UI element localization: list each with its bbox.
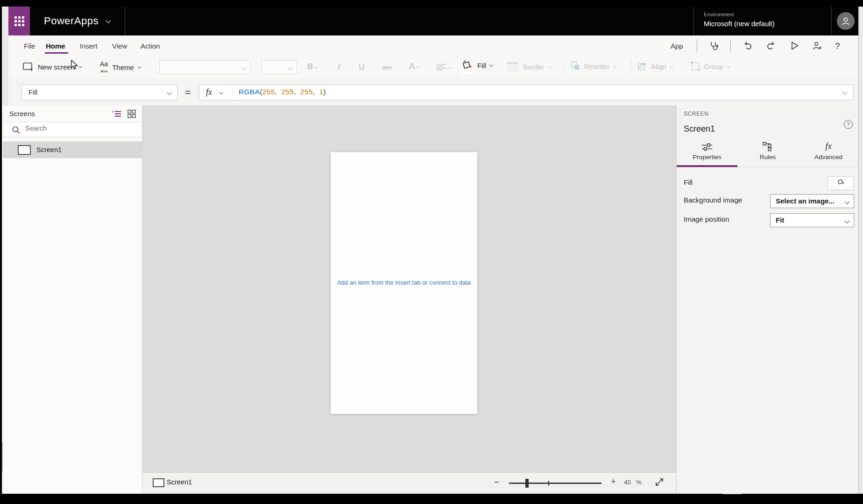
- background-window-right-edge: [858, 7, 863, 494]
- fx-icon: fx: [825, 141, 832, 151]
- background-image-dropdown[interactable]: Select an image...: [770, 194, 854, 208]
- panel-tabs: Properties Rules fx Advanced: [677, 141, 859, 161]
- toolbar-divider: [564, 60, 564, 74]
- sliders-icon: [701, 143, 713, 151]
- redo-button[interactable]: [765, 41, 776, 51]
- design-canvas[interactable]: Add an item from the Insert tab or conne…: [142, 105, 676, 472]
- theme-button[interactable]: Aa Theme: [100, 61, 141, 73]
- person-icon: [841, 16, 851, 26]
- fx-button[interactable]: fx: [206, 87, 212, 97]
- fill-color-swatch: [460, 71, 474, 74]
- strikethrough-button[interactable]: abc: [382, 64, 392, 71]
- app-checker-button[interactable]: [708, 40, 719, 51]
- footer-screen-label[interactable]: Screen1: [167, 478, 192, 486]
- fill-color-picker[interactable]: [828, 176, 854, 190]
- font-color-button[interactable]: A: [409, 61, 420, 71]
- zoom-in-button[interactable]: +: [611, 477, 616, 487]
- border-label: Border: [523, 63, 544, 71]
- topbar-divider: [125, 7, 125, 35]
- font-size-dropdown[interactable]: [262, 60, 297, 74]
- reorder-label: Reorder: [584, 63, 609, 70]
- bold-button[interactable]: B: [307, 62, 318, 71]
- zoom-out-button[interactable]: −: [494, 477, 499, 487]
- menubar-divider: [697, 39, 697, 52]
- mouse-cursor: [71, 60, 79, 70]
- user-avatar[interactable]: [837, 12, 855, 30]
- text-align-button[interactable]: [436, 63, 452, 71]
- zoom-slider-tick: [548, 481, 549, 486]
- canvas-hint-text: Add an item from the Insert tab or conne…: [331, 279, 477, 286]
- menu-insert[interactable]: Insert: [80, 42, 98, 50]
- chevron-down-icon: [314, 65, 318, 69]
- undo-button[interactable]: [743, 41, 753, 51]
- environment-value[interactable]: Microsoft (new default): [704, 20, 775, 28]
- formula-input[interactable]: fx RGBA(255, 255, 255, 1): [199, 84, 854, 100]
- tab-advanced[interactable]: fx Advanced: [798, 141, 859, 161]
- zoom-slider[interactable]: [509, 483, 601, 484]
- preview-button[interactable]: [790, 41, 799, 50]
- fill-color-swatch: [831, 187, 851, 189]
- active-menu-underline: [45, 52, 68, 54]
- formula-text: RGBA(255, 255, 255, 1): [239, 88, 326, 96]
- menu-bar: [8, 35, 858, 56]
- group-button[interactable]: Group: [691, 62, 730, 71]
- reorder-icon: [571, 62, 580, 71]
- screens-panel: Screens Screen1: [3, 105, 142, 494]
- reorder-button[interactable]: Reorder: [571, 62, 616, 71]
- panel-help-button[interactable]: ?: [844, 120, 853, 129]
- font-family-dropdown[interactable]: [159, 60, 251, 74]
- chevron-down-icon: [844, 199, 849, 204]
- align-button[interactable]: Align: [638, 62, 673, 71]
- chevron-down-icon: [844, 218, 849, 223]
- undo-icon: [743, 41, 753, 51]
- tab-properties[interactable]: Properties: [677, 141, 737, 161]
- italic-button[interactable]: I: [338, 62, 340, 71]
- chevron-down-icon: [613, 64, 616, 68]
- background-image-label: Background image: [684, 196, 742, 204]
- screen-list-item[interactable]: Screen1: [3, 141, 142, 158]
- paint-bucket-icon: [461, 60, 474, 71]
- search-input[interactable]: [24, 124, 134, 133]
- fill-field-label: Fill: [684, 178, 693, 186]
- equals-sign: =: [185, 87, 191, 98]
- chevron-down-icon: [489, 63, 493, 67]
- menu-file[interactable]: File: [24, 42, 35, 50]
- tree-view-icon[interactable]: [112, 110, 121, 118]
- image-position-dropdown[interactable]: Fit: [770, 213, 854, 227]
- chevron-down-icon: [219, 91, 223, 94]
- waffle-icon: [14, 16, 24, 26]
- new-screen-label: New screen: [38, 63, 75, 71]
- rules-icon: [763, 142, 773, 151]
- search-box[interactable]: [4, 122, 141, 137]
- app-launcher-button[interactable]: [8, 7, 30, 35]
- zoom-slider-handle[interactable]: [525, 479, 529, 488]
- group-label: Group: [704, 63, 723, 70]
- menu-home[interactable]: Home: [46, 42, 65, 50]
- share-button[interactable]: [812, 41, 823, 51]
- chevron-down-icon: [670, 64, 673, 68]
- selection-name: Screen1: [684, 124, 715, 134]
- topbar-divider: [831, 7, 832, 35]
- app-scope-label[interactable]: App: [671, 42, 683, 50]
- menubar-divider: [730, 39, 731, 52]
- fx-divider: [232, 87, 233, 98]
- border-icon: [507, 63, 518, 71]
- menu-view[interactable]: View: [112, 42, 127, 50]
- menu-action[interactable]: Action: [141, 42, 160, 50]
- property-dropdown[interactable]: Fill: [21, 84, 177, 100]
- fit-to-window-icon[interactable]: [654, 477, 665, 487]
- chevron-down-icon: [548, 65, 552, 69]
- add-person-icon: [812, 41, 823, 51]
- border-button[interactable]: Border: [507, 63, 552, 71]
- grid-view-icon[interactable]: [127, 110, 136, 118]
- selection-type-label: SCREEN: [684, 111, 709, 117]
- underline-button[interactable]: U: [359, 62, 364, 71]
- toolbar-divider: [631, 60, 632, 74]
- environment-label: Environment: [704, 12, 734, 17]
- help-button[interactable]: ?: [835, 41, 840, 51]
- formula-expand-chevron-icon[interactable]: [842, 89, 847, 94]
- canvas-footer: Screen1 − + 40 %: [142, 472, 676, 494]
- tab-rules[interactable]: Rules: [737, 141, 798, 161]
- fill-button[interactable]: Fill: [461, 60, 493, 71]
- footer-screen-icon: [153, 478, 164, 487]
